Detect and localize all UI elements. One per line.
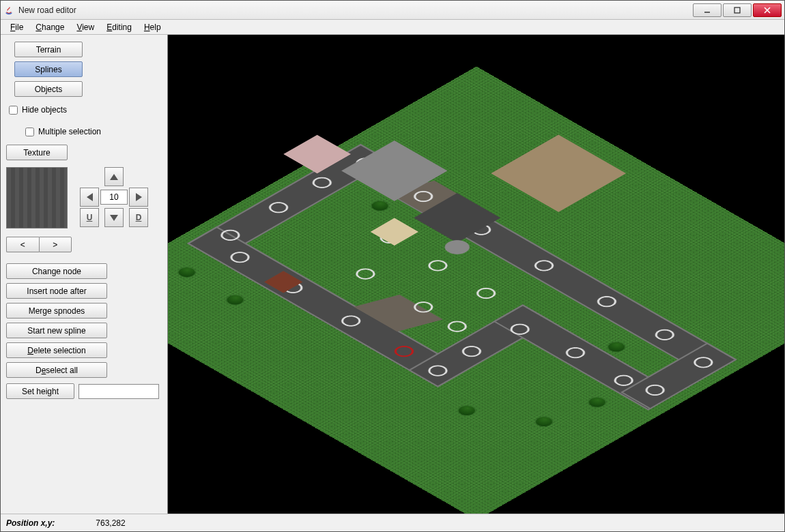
minimize-button[interactable] <box>693 3 722 17</box>
start-spline-button[interactable]: Start new spline <box>6 323 107 338</box>
hide-objects-row[interactable]: Hide objects <box>6 101 162 119</box>
sidebar: Terrain Splines Objects Hide objects Mul… <box>1 35 167 514</box>
tree <box>223 293 246 306</box>
tree <box>175 266 198 279</box>
viewport[interactable] <box>167 35 784 514</box>
close-button[interactable] <box>753 3 782 17</box>
tree <box>455 404 478 417</box>
dpad-d-button[interactable]: D <box>129 208 148 227</box>
arrow-right-icon <box>136 193 142 201</box>
insert-node-button[interactable]: Insert node after <box>6 283 107 299</box>
statusbar: Position x,y: 763,282 <box>1 514 784 531</box>
dpad-down-button[interactable] <box>104 208 124 227</box>
main-area: Terrain Splines Objects Hide objects Mul… <box>1 35 784 514</box>
window-title: New road editor <box>18 5 693 15</box>
set-height-row: Set height <box>6 383 162 399</box>
tree <box>368 199 391 212</box>
multiple-selection-checkbox[interactable] <box>25 128 34 136</box>
road-segment <box>408 304 552 387</box>
set-height-button[interactable]: Set height <box>6 383 74 399</box>
spline-node[interactable] <box>410 299 437 315</box>
multiple-selection-row[interactable]: Multiple selection <box>6 123 162 141</box>
hide-objects-label: Hide objects <box>22 105 67 115</box>
window-buttons <box>693 3 782 17</box>
dpad-u-button[interactable]: U <box>80 208 99 227</box>
texture-preview[interactable] <box>6 167 68 228</box>
change-node-button[interactable]: Change node <box>6 263 107 279</box>
menubar: FileChangeViewEditingHelp <box>1 20 784 35</box>
tree <box>532 415 556 428</box>
tree <box>605 340 628 353</box>
titlebar: New road editor <box>1 1 784 20</box>
arrow-up-icon <box>110 174 118 180</box>
texture-row: U D <box>6 167 162 228</box>
status-position-label: Position x,y: <box>6 518 55 528</box>
dpad-left-button[interactable] <box>80 188 99 207</box>
dpad: U D <box>80 167 148 228</box>
merge-spnodes-button[interactable]: Merge spnodes <box>6 303 107 319</box>
menu-change[interactable]: Change <box>30 21 70 33</box>
tree <box>585 396 608 409</box>
menu-editing[interactable]: Editing <box>101 21 137 33</box>
svg-rect-1 <box>734 8 740 13</box>
java-icon <box>3 5 14 16</box>
seg-prev-next: < > <box>6 237 72 252</box>
ground-plane <box>167 67 784 514</box>
arrow-left-icon <box>87 193 93 201</box>
tab-objects[interactable]: Objects <box>14 81 83 97</box>
multiple-selection-label: Multiple selection <box>38 127 101 136</box>
dpad-right-button[interactable] <box>129 188 148 207</box>
action-buttons: Change node Insert node after Merge spno… <box>6 263 162 378</box>
app-window: New road editor FileChangeViewEditingHel… <box>0 0 785 532</box>
u-label: U <box>87 213 93 222</box>
status-position-value: 763,282 <box>96 518 125 528</box>
menu-file[interactable]: File <box>5 21 29 33</box>
prev-button[interactable]: < <box>6 237 39 252</box>
dpad-up-button[interactable] <box>104 167 124 186</box>
texture-button[interactable]: Texture <box>6 145 68 160</box>
hide-objects-checkbox[interactable] <box>9 106 18 115</box>
delete-selection-button[interactable]: Delete selection <box>6 342 107 358</box>
deselect-all-button[interactable]: Deselect all <box>6 362 107 378</box>
maximize-button[interactable] <box>723 3 752 17</box>
next-button[interactable]: > <box>39 237 72 252</box>
menu-help[interactable]: Help <box>139 21 167 33</box>
tab-terrain[interactable]: Terrain <box>14 42 83 57</box>
dpad-value-input[interactable] <box>100 190 128 205</box>
set-height-input[interactable] <box>78 384 159 399</box>
arrow-down-icon <box>110 215 118 221</box>
spline-node[interactable] <box>443 319 470 334</box>
menu-view[interactable]: View <box>71 21 100 33</box>
spline-node[interactable] <box>352 266 379 282</box>
d-label: D <box>136 213 142 222</box>
spline-node[interactable] <box>424 258 451 274</box>
tab-splines[interactable]: Splines <box>14 61 83 77</box>
